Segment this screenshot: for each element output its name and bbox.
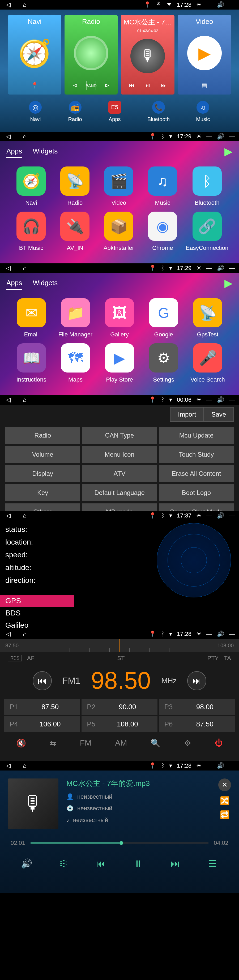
volume-icon[interactable]: 🔊: [217, 762, 224, 769]
app-radio[interactable]: 📡Radio: [54, 167, 96, 206]
back-icon[interactable]: ◁: [4, 2, 12, 8]
preset-p5[interactable]: P5108.00: [81, 716, 157, 732]
back-icon[interactable]: ◁: [4, 133, 12, 140]
app-gallery[interactable]: 🖼Gallery: [99, 298, 140, 338]
radio-band[interactable]: FM1: [62, 675, 80, 686]
settings-touch-study[interactable]: Touch Study: [159, 446, 234, 463]
settings-mcu-update[interactable]: Mcu Update: [159, 427, 234, 444]
settings-default-language[interactable]: Default Language: [82, 484, 157, 501]
radio-card[interactable]: Radio ⊲ BAND ⊳: [65, 15, 118, 94]
dock-music[interactable]: ♫Music: [196, 101, 210, 123]
app-chrome[interactable]: ◉Chrome: [142, 212, 183, 251]
gps-system-bds[interactable]: BDS: [0, 607, 74, 619]
preset-p2[interactable]: P290.00: [81, 699, 157, 715]
settings-menu-icon[interactable]: Menu Icon: [82, 446, 157, 463]
brightness-icon[interactable]: ☀: [196, 762, 202, 769]
equalizer-icon[interactable]: ⚙: [184, 738, 191, 748]
seek-prev-button[interactable]: ⏮: [33, 671, 52, 690]
app-voice-search[interactable]: 🎤Voice Search: [187, 343, 228, 383]
settings-volume[interactable]: Volume: [5, 446, 80, 463]
next-icon[interactable]: ⊳: [102, 81, 112, 90]
back-icon[interactable]: ◁: [4, 762, 12, 769]
dock-navi[interactable]: ◎Navi: [29, 101, 42, 123]
scan-icon[interactable]: ⇆: [49, 738, 56, 748]
home-icon[interactable]: ⌂: [21, 631, 29, 637]
home-icon[interactable]: ⌂: [21, 133, 29, 140]
app-music[interactable]: ♫Music: [142, 167, 183, 206]
app-navi[interactable]: 🧭Navi: [11, 167, 52, 206]
play-pause-icon[interactable]: ⏯: [143, 81, 153, 90]
preset-p1[interactable]: P187.50: [4, 699, 80, 715]
brightness-icon[interactable]: ☀: [196, 512, 202, 519]
play-store-icon[interactable]: ▶: [225, 277, 233, 289]
pause-icon[interactable]: ⏸: [130, 856, 146, 872]
settings-boot-logo[interactable]: Boot Logo: [159, 484, 234, 501]
import-button[interactable]: Import: [170, 407, 204, 422]
app-play-store[interactable]: ▶Play Store: [99, 343, 140, 383]
progress-bar[interactable]: [30, 842, 209, 843]
preset-p6[interactable]: P687.50: [159, 716, 235, 732]
volume-icon[interactable]: 🔊: [217, 1, 224, 8]
home-icon[interactable]: ⌂: [21, 512, 29, 519]
af-tag[interactable]: AF: [27, 655, 35, 662]
app-file-manager[interactable]: 📁File Manager: [55, 298, 96, 338]
location-pin-icon[interactable]: 📍: [30, 81, 39, 90]
home-icon[interactable]: ⌂: [21, 762, 29, 769]
volume-icon[interactable]: 🔊: [217, 631, 224, 638]
app-bluetooth[interactable]: ᛒBluetooth: [186, 167, 228, 206]
prev-icon[interactable]: ⊲: [70, 81, 80, 90]
home-icon[interactable]: ⌂: [21, 2, 29, 8]
settings-atv[interactable]: ATV: [82, 465, 157, 482]
home-icon[interactable]: ⌂: [21, 397, 29, 403]
settings-key[interactable]: Key: [5, 484, 80, 501]
band-button[interactable]: BAND: [86, 81, 96, 90]
back-icon[interactable]: ◁: [4, 631, 12, 637]
next-track-icon[interactable]: ⏭: [167, 856, 183, 872]
dock-bluetooth[interactable]: 📞Bluetooth: [147, 101, 170, 123]
gps-system-gps[interactable]: GPS: [0, 595, 74, 607]
navi-card[interactable]: Navi 🧭 📍: [8, 15, 61, 94]
list-icon[interactable]: ▤: [200, 81, 209, 90]
tab-widgets[interactable]: Widgets: [33, 145, 57, 158]
app-settings[interactable]: ⚙Settings: [143, 343, 184, 383]
shuffle-icon[interactable]: 🔀: [220, 796, 230, 805]
repeat-icon[interactable]: 🔁: [220, 810, 230, 819]
tab-widgets[interactable]: Widgets: [33, 276, 57, 290]
app-instructions[interactable]: 📖Instructions: [11, 343, 52, 383]
rds-icon[interactable]: RDS: [8, 655, 22, 662]
save-button[interactable]: Save: [204, 407, 234, 422]
preset-p3[interactable]: P398.00: [159, 699, 235, 715]
preset-p4[interactable]: P4106.00: [4, 716, 80, 732]
app-video[interactable]: 🎬Video: [98, 167, 139, 206]
back-icon[interactable]: ◁: [4, 265, 12, 271]
back-icon[interactable]: ◁: [4, 512, 12, 519]
back-icon[interactable]: ◁: [4, 397, 12, 403]
app-email[interactable]: ✉Email: [11, 298, 52, 338]
tab-apps[interactable]: Apps: [6, 276, 22, 290]
volume-icon[interactable]: 🔊: [217, 133, 224, 140]
prev-track-icon[interactable]: ⏮: [93, 856, 109, 872]
tab-apps[interactable]: Apps: [6, 145, 22, 158]
app-easyconnection[interactable]: 🔗EasyConnection: [186, 212, 228, 251]
video-card[interactable]: Video ▶ ▤: [178, 15, 231, 94]
brightness-icon[interactable]: ☀: [196, 1, 202, 8]
app-google[interactable]: GGoogle: [143, 298, 184, 338]
power-icon[interactable]: ⏻: [215, 738, 223, 748]
playlist-icon[interactable]: ☰: [204, 856, 220, 872]
frequency-scale[interactable]: 87.50 108.00: [0, 639, 239, 652]
settings-radio[interactable]: Radio: [5, 427, 80, 444]
ta-tag[interactable]: TA: [224, 655, 231, 662]
app-av-in[interactable]: 🔌AV_IN: [54, 212, 96, 251]
settings-display[interactable]: Display: [5, 465, 80, 482]
volume-icon[interactable]: 🔊: [217, 265, 224, 272]
app-apkinstaller[interactable]: 📦ApkInstaller: [98, 212, 139, 251]
music-card[interactable]: MC水公主 - 7… 01:43/04:02 🎙 ⏮ ⏯ ⏭: [121, 15, 174, 94]
brightness-icon[interactable]: ☀: [196, 133, 202, 140]
brightness-icon[interactable]: ☀: [196, 631, 202, 638]
mute-icon[interactable]: 🔇: [16, 738, 26, 748]
am-button[interactable]: AM: [115, 738, 127, 748]
settings-erase-all-content[interactable]: Erase All Content: [159, 465, 234, 482]
dock-apps[interactable]: E5Apps: [108, 101, 121, 123]
settings-can-type[interactable]: CAN Type: [82, 427, 157, 444]
play-store-icon[interactable]: ▶: [225, 145, 233, 158]
